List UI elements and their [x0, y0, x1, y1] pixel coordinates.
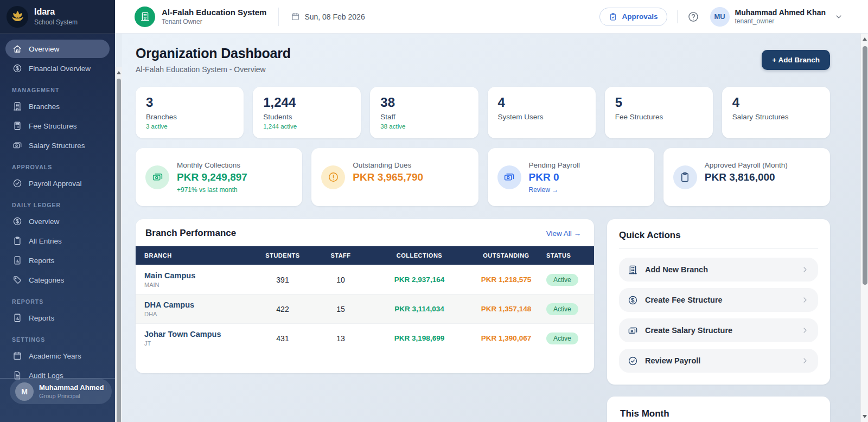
fin-amount: PKR 3,816,000	[705, 171, 788, 183]
nav-section-settings: SETTINGS	[12, 336, 103, 343]
dollar-circle-icon	[12, 216, 22, 226]
sidebar-item-label: Reports	[29, 257, 54, 265]
cell-outstanding: PKR 1,357,148	[470, 305, 542, 313]
sidebar-item-ledger-overview[interactable]: Overview	[5, 212, 110, 231]
sidebar-item-label: Fee Structures	[29, 122, 77, 130]
sidebar-scrollbar[interactable]	[115, 67, 122, 422]
sidebar-item-academic-years[interactable]: Academic Years	[5, 347, 110, 365]
cell-students: 431	[252, 334, 313, 343]
chevron-right-icon	[801, 265, 809, 274]
sidebar-user-name: Muhammad Ahmed K...	[39, 383, 106, 392]
branch-performance-card: Branch Performance View All → BRANCH STU…	[136, 219, 594, 373]
review-link[interactable]: Review →	[529, 186, 580, 194]
chevron-right-icon	[801, 356, 809, 365]
add-branch-button[interactable]: + Add Branch	[762, 50, 830, 70]
stat-label: Branches	[146, 113, 233, 121]
sidebar-item-label: Categories	[29, 276, 64, 284]
tag-icon	[12, 275, 22, 285]
column-header-outstanding: OUTSTANDING	[470, 246, 542, 265]
tenant-name: Al-Falah Education System	[162, 8, 266, 17]
quick-action-label: Create Salary Structure	[645, 326, 732, 335]
dollar-circle-icon	[628, 295, 638, 305]
scrollbar-thumb[interactable]	[117, 79, 121, 422]
quick-action-label: Add New Branch	[645, 265, 708, 274]
table-row[interactable]: Johar Town Campus JT 431 13 PKR 3,198,69…	[136, 323, 594, 353]
scrollbar-thumb[interactable]	[863, 46, 867, 285]
nav-section-reports: REPORTS	[12, 298, 103, 305]
avatar: M	[15, 382, 34, 401]
stat-value: 38	[380, 95, 468, 110]
cell-staff: 10	[313, 276, 368, 284]
branch-code: DHA	[144, 311, 248, 317]
quick-actions-title: Quick Actions	[619, 230, 818, 249]
quick-action-create-fee-structure[interactable]: Create Fee Structure	[619, 288, 818, 312]
scroll-up-icon[interactable]	[117, 71, 121, 74]
branch-name-link[interactable]: Main Campus	[144, 271, 248, 280]
scroll-down-icon[interactable]	[863, 415, 867, 418]
sidebar-item-reports[interactable]: Reports	[5, 309, 110, 327]
help-icon[interactable]	[687, 11, 699, 23]
brand: Idara School System	[0, 0, 115, 34]
stat-value: 5	[615, 95, 703, 110]
sidebar-item-payroll-approval[interactable]: Payroll Approval	[5, 174, 110, 193]
cell-outstanding: PKR 1,390,067	[470, 334, 542, 342]
table-row[interactable]: DHA Campus DHA 422 15 PKR 3,114,034 PKR …	[136, 294, 594, 323]
banknotes-icon	[628, 325, 638, 336]
user-menu[interactable]: MU Muhammad Ahmed Khan tenant_owner	[710, 7, 844, 27]
fin-note	[705, 186, 788, 193]
calendar-icon	[12, 351, 22, 361]
table-row[interactable]: Main Campus MAIN 391 10 PKR 2,937,164 PK…	[136, 265, 594, 294]
brand-subtitle: School System	[34, 18, 78, 26]
header-divider	[677, 10, 678, 23]
stat-card-salary-structures: 4 Salary Structures	[722, 87, 830, 138]
report-icon	[12, 255, 22, 265]
stat-label: Students	[263, 113, 350, 121]
report-icon	[12, 313, 22, 323]
quick-action-create-salary-structure[interactable]: Create Salary Structure	[619, 318, 818, 342]
quick-action-add-new-branch[interactable]: Add New Branch	[619, 258, 818, 282]
sidebar-item-ledger-reports[interactable]: Reports	[5, 251, 110, 270]
stat-value: 1,244	[263, 95, 350, 110]
quick-actions-card: Quick Actions Add New Branch Create Fee …	[607, 219, 830, 385]
scroll-up-icon[interactable]	[863, 37, 867, 41]
sidebar-item-all-entries[interactable]: All Entries	[5, 232, 110, 250]
quick-action-label: Review Payroll	[645, 356, 700, 365]
sidebar-item-branches[interactable]: Branches	[5, 97, 110, 116]
date-text: Sun, 08 Feb 2026	[304, 12, 365, 21]
sidebar-item-label: Academic Years	[29, 352, 81, 360]
column-header-branch: BRANCH	[136, 246, 252, 265]
branch-name-link[interactable]: DHA Campus	[144, 300, 248, 309]
banknotes-icon	[12, 140, 22, 150]
cell-collections: PKR 3,114,034	[368, 305, 470, 313]
sidebar-item-salary-structures[interactable]: Salary Structures	[5, 136, 110, 155]
stat-card-staff: 38 Staff 38 active	[370, 87, 478, 138]
column-header-status: STATUS	[542, 246, 594, 265]
sidebar-item-financial-overview[interactable]: Financial Overview	[5, 59, 110, 78]
brand-text: Idara School System	[34, 7, 78, 25]
sidebar-item-label: Reports	[29, 314, 54, 322]
cell-outstanding: PKR 1,218,575	[470, 276, 542, 284]
alert-circle-icon	[321, 165, 345, 189]
sidebar-user-chip[interactable]: M Muhammad Ahmed K... Group Principal	[10, 379, 112, 404]
sidebar-item-categories[interactable]: Categories	[5, 271, 110, 289]
dashboard-content: Organization Dashboard Al-Falah Educatio…	[122, 34, 860, 422]
approvals-button[interactable]: Approvals	[599, 8, 667, 26]
check-circle-icon	[628, 356, 638, 366]
app-root: Idara School System Overview Financial O…	[0, 0, 868, 422]
clipboard-icon	[673, 165, 697, 189]
building-icon	[12, 101, 22, 111]
branch-name-link[interactable]: Johar Town Campus	[144, 330, 248, 338]
pending-payroll-card: Pending Payroll PKR 0 Review →	[488, 148, 654, 206]
main-scrollbar[interactable]	[860, 34, 868, 422]
sidebar-item-fee-structures[interactable]: Fee Structures	[5, 117, 110, 135]
view-all-link[interactable]: View All →	[546, 229, 581, 238]
sidebar-item-overview[interactable]: Overview	[5, 40, 110, 58]
branch-code: MAIN	[144, 282, 248, 288]
quick-action-review-payroll[interactable]: Review Payroll	[619, 349, 818, 373]
fin-label: Outstanding Dues	[353, 161, 423, 169]
stat-card-branches: 3 Branches 3 active	[136, 87, 244, 138]
sidebar-item-label: Overview	[29, 218, 59, 226]
cell-students: 422	[252, 305, 313, 314]
fin-amount: PKR 9,249,897	[177, 171, 247, 183]
stat-label: System Users	[498, 113, 585, 121]
